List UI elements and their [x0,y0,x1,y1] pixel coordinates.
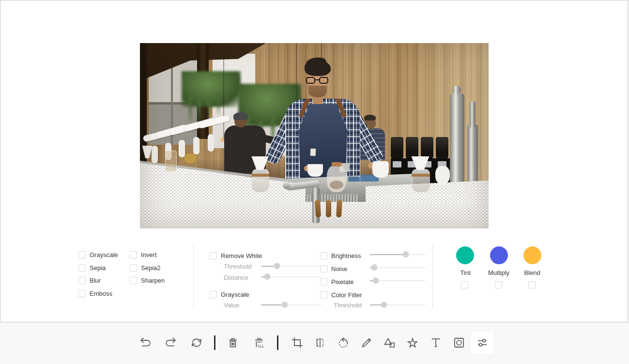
blur-checkbox[interactable] [78,277,86,284]
grayscale-label: Grayscale [90,251,118,258]
tint-color-swatch[interactable] [456,246,474,264]
mask-button[interactable] [450,334,468,351]
distance-label: Distance [224,274,248,281]
delete-all-button[interactable]: ALL [250,334,268,351]
filter-row-brightness: Brightness [320,252,361,259]
color-filter-threshold-label: Threshold [334,302,362,309]
pixelate-slider[interactable] [370,277,426,284]
slider-track-fill [370,254,406,255]
filter-sliders-icon [475,335,490,350]
sepia-label: Sepia [90,264,106,272]
blur-label: Blur [90,277,101,284]
panel-divider [193,245,194,309]
grayscale-value-slider[interactable] [261,301,322,308]
pixelate-label: Pixelate [331,278,353,286]
slider-handle[interactable] [281,302,288,308]
color-filter-label: Color Filter [331,291,362,299]
grayscale2-checkbox[interactable] [210,291,217,298]
delete-button[interactable] [224,334,242,351]
rotate-icon [336,335,351,350]
reset-button[interactable] [188,334,205,351]
brightness-label: Brightness [331,252,361,259]
filter-button[interactable] [474,334,491,351]
slider-handle[interactable] [274,263,280,269]
remove-white-threshold-slider[interactable] [261,262,322,270]
slider-handle[interactable] [381,302,387,308]
rotate-button[interactable] [335,334,352,351]
redo-button[interactable] [162,334,180,351]
tint-label: Tint [451,269,480,276]
flip-icon [312,335,328,350]
pixelate-checkbox[interactable] [320,278,327,286]
sepia-checkbox[interactable] [78,264,86,272]
filter-row-noise: Noise [320,265,347,273]
noise-slider[interactable] [370,264,426,271]
filter-row-invert: Invert [130,251,157,258]
tint-checkbox[interactable] [461,281,468,288]
text-button[interactable] [427,334,445,351]
grayscale2-label: Grayscale [221,291,249,298]
sharpen-checkbox[interactable] [130,277,137,284]
multiply-label: Multiply [484,269,513,276]
multiply-checkbox[interactable] [495,281,502,288]
filter-row-emboss: Emboss [78,289,112,297]
image-editor-app: Grayscale Sepia Blur Emboss Invert Sepia… [0,0,629,364]
brightness-checkbox[interactable] [320,252,327,259]
noise-checkbox[interactable] [320,265,327,273]
filter-row-blur: Blur [78,276,101,284]
trash-all-icon: ALL [251,335,267,350]
brightness-slider[interactable] [370,251,426,258]
trash-icon [225,335,241,350]
sepia2-label: Sepia2 [141,264,160,272]
text-icon [428,335,444,350]
crop-icon [290,335,305,350]
invert-label: Invert [141,251,157,258]
panel-divider [432,245,433,309]
star-icon [405,335,420,350]
remove-white-label: Remove White [221,252,262,259]
draw-button[interactable] [358,334,375,351]
filter-row-sharpen: Sharpen [130,276,165,284]
invert-checkbox[interactable] [130,251,137,258]
filter-row-grayscale-slider: Grayscale [210,290,249,298]
crop-button[interactable] [289,334,306,351]
filter-row-sepia2: Sepia2 [130,264,160,272]
threshold-label: Threshold [224,263,252,270]
sharpen-label: Sharpen [141,277,165,284]
editor-canvas-area: Grayscale Sepia Blur Emboss Invert Sepia… [0,0,628,322]
color-filter-checkbox[interactable] [320,291,327,299]
color-filter-threshold-slider[interactable] [370,301,426,308]
photo-vignette [140,43,489,228]
remove-white-checkbox[interactable] [210,252,217,259]
mask-icon [451,335,467,350]
undo-button[interactable] [137,334,154,351]
filter-row-pixelate: Pixelate [320,278,353,286]
reset-icon [189,335,204,350]
value-label: Value [224,302,239,309]
slider-handle[interactable] [371,264,378,271]
noise-label: Noise [331,265,347,273]
filter-row-grayscale: Grayscale [78,251,118,258]
flip-button[interactable] [311,334,329,351]
slider-handle[interactable] [402,251,409,258]
multiply-color-swatch[interactable] [490,246,508,264]
slider-handle[interactable] [372,277,379,284]
emboss-checkbox[interactable] [78,290,86,297]
blend-label: Blend [518,269,547,276]
grayscale-checkbox[interactable] [78,251,86,258]
filter-row-remove-white: Remove White [210,252,262,259]
blend-color-swatch[interactable] [523,246,541,264]
filter-row-color-filter: Color Filter [320,291,362,299]
canvas-image[interactable] [140,43,489,228]
redo-icon [163,335,179,350]
blend-checkbox[interactable] [528,281,536,288]
icon-button[interactable] [404,334,421,351]
undo-icon [138,335,153,350]
remove-white-distance-slider[interactable] [261,273,322,280]
filter-row-sepia: Sepia [78,264,106,272]
toolbar-divider [277,335,278,350]
sepia2-checkbox[interactable] [130,264,137,272]
shape-icon [382,335,397,350]
slider-handle[interactable] [264,273,270,280]
shape-button[interactable] [381,334,398,351]
